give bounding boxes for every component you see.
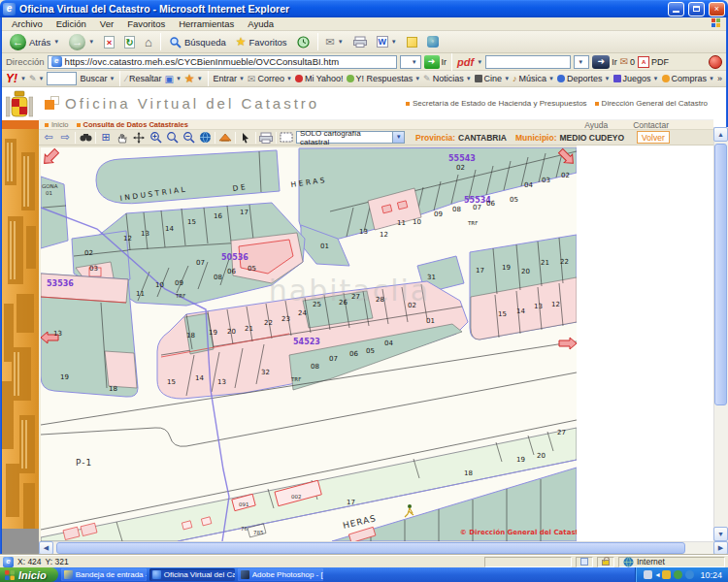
menu-edicion[interactable]: Edición	[50, 17, 92, 30]
volver-button[interactable]: Volver	[637, 131, 670, 144]
scroll-up-button[interactable]: ▲	[713, 127, 728, 142]
yahoo-sports-button[interactable]: Deportes▼	[557, 74, 610, 83]
map-zoom-out-button[interactable]	[182, 131, 195, 144]
forward-button[interactable]: → ▼	[65, 32, 98, 52]
pdf-go-button[interactable]: ➜ Ir	[592, 55, 617, 69]
header-link-dgc[interactable]: Dirección General del Catastro	[595, 99, 708, 108]
task-outlook[interactable]: Bandeja de entrada -...	[61, 568, 147, 581]
nav-inicio[interactable]: Inicio	[45, 120, 69, 129]
yahoo-signin-button[interactable]: Entrar▼	[214, 74, 245, 83]
address-dropdown[interactable]: ▼	[400, 55, 421, 69]
refresh-button[interactable]: ↻	[120, 32, 139, 52]
tray-collapse-icon[interactable]: ◂	[655, 570, 659, 579]
municipality-label: Municipio:	[515, 133, 557, 143]
tray-icon-1[interactable]	[644, 570, 652, 579]
pdf-search-input[interactable]	[485, 55, 571, 69]
scroll-left-button[interactable]: ◀	[39, 541, 53, 555]
games-icon	[613, 75, 621, 82]
messenger-button[interactable]: ◦	[423, 32, 443, 52]
yahoo-games-button[interactable]: Juegos▼	[613, 74, 659, 83]
map-info-button[interactable]	[239, 131, 252, 144]
address-go-button[interactable]: ➜ Ir	[424, 55, 447, 69]
map-container: habitaclia © Dirección General del Catas…	[39, 147, 577, 541]
edit-word-button[interactable]: W▼	[373, 32, 401, 52]
map-prev-button[interactable]: ⇦	[42, 131, 55, 144]
notes-button[interactable]	[403, 32, 421, 52]
tray-icon-3[interactable]	[674, 570, 682, 579]
pdf-dropdown[interactable]: ▼	[574, 55, 589, 69]
vertical-scroll-thumb[interactable]	[714, 144, 727, 405]
yahoo-mail-button[interactable]: ✉Correo▼	[248, 74, 292, 84]
start-button[interactable]: Inicio	[0, 567, 58, 582]
adobe-icon[interactable]	[709, 55, 722, 69]
pdf-convert-button[interactable]: A PDF	[638, 56, 669, 68]
map-print-button[interactable]	[259, 131, 273, 144]
scroll-right-button[interactable]: ▶	[713, 541, 728, 555]
yahoo-answers-button[interactable]: Y! Respuestas▼	[347, 74, 420, 83]
task-ie-catastro[interactable]: Oficina Virtual del Cat...	[149, 568, 235, 581]
search-button[interactable]: Búsqueda	[165, 32, 230, 52]
map-label: 17	[240, 209, 248, 216]
yahoo-news-button[interactable]: ✎Noticias▼	[423, 74, 472, 83]
print-button[interactable]	[349, 32, 371, 52]
nav-ayuda[interactable]: Ayuda	[584, 120, 608, 130]
stop-button[interactable]: ×	[100, 32, 118, 52]
minimize-button[interactable]	[668, 2, 684, 16]
header-link-secretaria[interactable]: Secretaría de Estado de Hacienda y Presu…	[406, 99, 587, 108]
map-zoom-in-button[interactable]	[149, 131, 162, 144]
yahoo-pencil-button[interactable]: ✎▼	[29, 74, 45, 83]
yahoo-my-button[interactable]: Mi Yahoo!	[295, 74, 344, 83]
forward-dropdown-icon[interactable]: ▼	[88, 39, 94, 45]
nav-contactar[interactable]: Contactar	[633, 120, 669, 130]
yahoo-shopping-button[interactable]: Compras▼	[662, 74, 714, 83]
home-button[interactable]: ⌂	[141, 32, 156, 52]
back-button[interactable]: ← Atrás ▼	[6, 32, 63, 52]
pdf-mail-button[interactable]: ✉ 0	[620, 56, 635, 67]
yahoo-overflow-button[interactable]: »	[717, 74, 722, 83]
cadastral-map[interactable]: habitaclia © Dirección General del Catas…	[41, 147, 577, 541]
map-move-button[interactable]	[132, 131, 146, 144]
menu-ayuda[interactable]: Ayuda	[242, 17, 280, 30]
map-search-button[interactable]	[79, 131, 92, 144]
pdf-brand-dropdown-icon[interactable]: ▼	[477, 59, 482, 65]
menu-herramientas[interactable]: Herramientas	[173, 17, 240, 30]
layer-select[interactable]: SOLO cartografía catastral ▼	[296, 131, 405, 144]
map-select-area-button[interactable]	[280, 131, 293, 144]
tray-icon-4[interactable]	[685, 570, 694, 579]
pdf-toolbar-brand[interactable]: pdf	[457, 56, 474, 68]
yahoo-logo[interactable]: Y!	[6, 72, 17, 85]
map-label: 53536	[47, 279, 74, 288]
map-label: 10	[413, 218, 421, 226]
yahoo-window-button[interactable]: ▣▼	[164, 74, 181, 84]
yahoo-dropdown-icon[interactable]: ▼	[20, 76, 26, 81]
menu-favoritos[interactable]: Favoritos	[121, 17, 171, 30]
map-measure-button[interactable]	[218, 131, 232, 144]
mail-dropdown-icon[interactable]: ▼	[338, 39, 344, 45]
yahoo-search-button[interactable]: Buscar▼	[80, 74, 115, 83]
task-photoshop[interactable]: Adobe Photoshop - [...	[238, 568, 323, 581]
close-button[interactable]: ×	[709, 2, 725, 16]
mail-button[interactable]: ✉▼	[322, 32, 347, 52]
menu-ver[interactable]: Ver	[94, 17, 119, 30]
yahoo-search-input[interactable]	[47, 72, 77, 85]
history-button[interactable]	[293, 32, 314, 52]
favorites-button[interactable]: ★ Favoritos	[232, 32, 291, 52]
menu-archivo[interactable]: Archivo	[6, 17, 49, 30]
scroll-down-button[interactable]: ▼	[713, 527, 728, 541]
edit-dropdown-icon[interactable]: ▼	[391, 39, 397, 45]
yahoo-music-button[interactable]: ♪Música▼	[513, 74, 554, 83]
map-zoom-button[interactable]	[165, 131, 179, 144]
yahoo-highlight-button[interactable]: ∕Resaltar	[125, 74, 161, 83]
map-pan-button[interactable]	[116, 131, 129, 144]
horizontal-scroll-thumb[interactable]	[56, 542, 685, 554]
yahoo-cinema-button[interactable]: Cine▼	[475, 74, 510, 83]
map-label: 22	[560, 258, 569, 266]
map-grid-button[interactable]: ⊞	[99, 131, 113, 144]
map-extent-button[interactable]	[198, 131, 212, 144]
back-dropdown-icon[interactable]: ▼	[53, 39, 59, 45]
tray-icon-2[interactable]	[662, 570, 671, 579]
address-input[interactable]: e https://ovc.catastro.meh.es/CYCBienInm…	[48, 55, 397, 69]
yahoo-bookmark-button[interactable]: ★▼	[184, 72, 203, 85]
maximize-button[interactable]	[688, 2, 705, 16]
map-next-button[interactable]: ⇨	[58, 131, 72, 144]
